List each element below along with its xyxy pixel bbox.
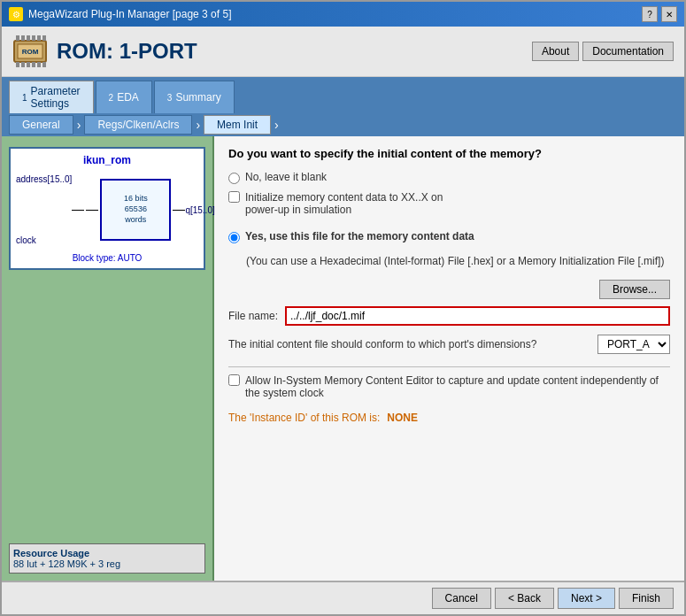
help-button[interactable]: ? — [642, 6, 658, 22]
radio-no-item: No, leave it blank — [228, 171, 670, 184]
instance-value: NONE — [387, 412, 418, 424]
radio-no[interactable] — [228, 173, 240, 184]
left-panel: ikun_rom address[15..0] clock 16 bits655… — [2, 136, 214, 581]
close-button[interactable]: ✕ — [661, 6, 677, 22]
title-controls: ? ✕ — [642, 6, 677, 22]
resource-box: Resource Usage 88 lut + 128 M9K + 3 reg — [9, 543, 205, 574]
tab-eda[interactable]: 2 EDA — [96, 81, 152, 113]
diagram-block-name: ikun_rom — [16, 154, 198, 166]
svg-rect-3 — [16, 35, 19, 41]
svg-rect-6 — [32, 35, 35, 41]
port-select[interactable]: PORT_A PORT_B — [597, 335, 670, 354]
rom-title-area: ROM ROM: 1-PORT — [12, 34, 197, 69]
tab-parameter-settings[interactable]: 1 ParameterSettings — [9, 81, 94, 113]
diagram-clock-label: clock — [16, 235, 72, 245]
diagram-box: ikun_rom address[15..0] clock 16 bits655… — [9, 147, 205, 270]
sub-tab-regs[interactable]: Regs/Clken/Aclrs — [84, 115, 192, 135]
svg-rect-10 — [21, 62, 25, 67]
radio-yes-label: Yes, use this file for the memory conten… — [245, 230, 474, 243]
radio-group: No, leave it blank Initialize memory con… — [228, 171, 670, 243]
tab-row: 1 ParameterSettings 2 EDA 3 Summary — [2, 77, 684, 113]
checkbox-init[interactable] — [228, 191, 240, 203]
title-bar: ⚙ MegaWizard Plug-In Manager [page 3 of … — [2, 2, 684, 27]
back-button[interactable]: < Back — [495, 588, 554, 609]
file-row: File name: — [228, 306, 670, 326]
header-area: ROM ROM: 1-PORT About Documentation — [2, 27, 684, 77]
arrow-sep-2: › — [196, 118, 200, 132]
about-button[interactable]: About — [532, 42, 579, 61]
port-row: The initial content file should conform … — [228, 335, 670, 354]
file-input[interactable] — [285, 306, 670, 326]
port-label: The initial content file should conform … — [228, 338, 597, 350]
checkbox-allow[interactable] — [228, 374, 240, 386]
sub-tab-row: General › Regs/Clken/Aclrs › Mem Init › — [2, 113, 684, 136]
svg-text:ROM: ROM — [22, 48, 39, 56]
rom-title-text: ROM: 1-PORT — [57, 39, 197, 64]
diagram-block-type: Block type: AUTO — [16, 253, 198, 263]
arrow-sep-3: › — [274, 118, 279, 132]
resource-title: Resource Usage — [13, 548, 201, 558]
cancel-button[interactable]: Cancel — [432, 588, 491, 609]
diagram-address-label: address[15..0] — [16, 174, 72, 184]
title-bar-left: ⚙ MegaWizard Plug-In Manager [page 3 of … — [9, 7, 231, 21]
svg-rect-4 — [21, 35, 25, 41]
note-text: (You can use a Hexadecimal (Intel-format… — [246, 254, 670, 269]
tab-summary[interactable]: 3 Summary — [154, 81, 235, 113]
checkbox-init-label: Initialize memory content data to XX..X … — [245, 191, 443, 216]
main-content: ikun_rom address[15..0] clock 16 bits655… — [2, 136, 684, 581]
instance-label: The 'Instance ID' of this ROM is: — [228, 412, 380, 424]
diagram-inner: address[15..0] clock 16 bits65536words q… — [16, 170, 198, 250]
svg-rect-7 — [37, 35, 41, 41]
question-text: Do you want to specify the initial conte… — [228, 147, 670, 160]
file-label: File name: — [228, 310, 278, 322]
radio-yes-item: Yes, use this file for the memory conten… — [228, 230, 670, 243]
svg-rect-12 — [32, 62, 35, 67]
radio-no-label: No, leave it blank — [245, 171, 327, 183]
bottom-bar: Cancel < Back Next > Finish — [2, 581, 684, 614]
checkbox-init-item: Initialize memory content data to XX..X … — [228, 191, 670, 216]
main-window: ⚙ MegaWizard Plug-In Manager [page 3 of … — [0, 0, 686, 616]
svg-rect-5 — [27, 35, 30, 41]
svg-rect-11 — [27, 62, 30, 67]
browse-button[interactable]: Browse... — [599, 280, 670, 299]
next-button[interactable]: Next > — [558, 588, 615, 609]
window-title: MegaWizard Plug-In Manager [page 3 of 5] — [28, 8, 231, 20]
svg-rect-9 — [16, 62, 19, 67]
diagram-q-label: q[15..0] — [185, 205, 214, 215]
arrow-sep-1: › — [77, 118, 81, 132]
resource-value: 88 lut + 128 M9K + 3 reg — [13, 558, 201, 569]
app-icon: ⚙ — [9, 7, 23, 21]
finish-button[interactable]: Finish — [619, 588, 674, 609]
instance-row: The 'Instance ID' of this ROM is: NONE — [228, 412, 670, 424]
diagram-block: 16 bits65536words — [100, 179, 171, 241]
sub-tab-general[interactable]: General — [9, 115, 73, 135]
svg-rect-8 — [42, 35, 46, 41]
documentation-button[interactable]: Documentation — [582, 42, 674, 61]
svg-rect-13 — [37, 62, 41, 67]
svg-rect-14 — [42, 62, 46, 67]
divider — [228, 366, 670, 367]
radio-yes[interactable] — [228, 232, 240, 243]
right-panel: Do you want to specify the initial conte… — [214, 136, 684, 581]
rom-icon: ROM — [12, 34, 48, 69]
allow-label: Allow In-System Memory Content Editor to… — [245, 374, 670, 399]
browse-row: Browse... — [228, 280, 670, 299]
header-buttons: About Documentation — [532, 42, 674, 61]
allow-row: Allow In-System Memory Content Editor to… — [228, 374, 670, 399]
sub-tab-mem-init[interactable]: Mem Init — [204, 115, 271, 135]
